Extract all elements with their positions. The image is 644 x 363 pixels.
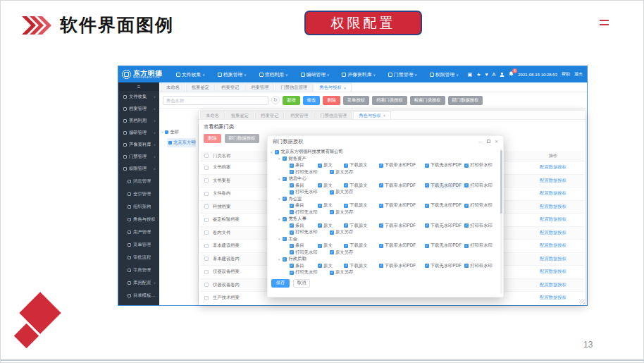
notification-bell-icon[interactable]: 6 — [509, 71, 514, 78]
permission-checkbox-item[interactable]: ✓原文 — [318, 202, 344, 209]
checkbox-checked[interactable]: ✓ — [464, 183, 469, 187]
top-menu-item[interactable]: 门禁管理∨ — [382, 66, 423, 82]
main-tab[interactable]: 批量鉴定 — [186, 83, 215, 92]
permission-checkbox-item[interactable]: ✓下载原文 — [344, 242, 379, 249]
checkbox-checked[interactable]: ✓ — [464, 264, 469, 268]
checkbox-checked[interactable]: ✓ — [330, 250, 334, 254]
grant-button[interactable]: 部门数据授权 — [448, 96, 483, 105]
cancel-button[interactable]: 取消 — [293, 279, 310, 288]
configure-data-auth-link[interactable]: 配置数据授权 — [540, 216, 566, 221]
configure-data-auth-link[interactable]: 配置数据授权 — [540, 190, 566, 195]
permission-checkbox-item[interactable]: ✓打印带水印 — [464, 242, 498, 249]
permission-checkbox-item[interactable]: ✓打印无水印 — [290, 169, 330, 176]
checkbox-checked[interactable]: ✓ — [425, 264, 429, 268]
fullscreen-icon[interactable]: ▣ — [468, 72, 473, 77]
checkbox-checked[interactable]: ✓ — [344, 204, 348, 208]
configure-data-auth-link[interactable]: 配置数据授权 — [540, 164, 566, 169]
sidebar-subitem[interactable]: 目录模板设置 — [118, 289, 159, 302]
permission-checkbox-item[interactable]: ✓原文另存 — [330, 209, 386, 216]
row-checkbox[interactable] — [204, 192, 209, 196]
row-checkbox[interactable] — [204, 204, 209, 209]
permission-checkbox-item[interactable]: ✓打印无水印 — [290, 229, 330, 235]
configure-data-auth-link[interactable]: 配置数据授权 — [540, 256, 566, 261]
checkbox-checked[interactable]: ✓ — [425, 204, 429, 208]
refresh-button[interactable]: ↻ — [271, 96, 280, 104]
checkbox-checked[interactable]: ✓ — [290, 190, 294, 195]
permission-checkbox-item[interactable]: ✓下载原文 — [344, 202, 379, 209]
checkbox-checked[interactable]: ✓ — [425, 223, 429, 228]
permission-checkbox-item[interactable]: ✓下载无水印PDF — [425, 162, 464, 168]
permission-checkbox-item[interactable]: ✓条目 — [290, 202, 318, 209]
permission-checkbox-item[interactable]: ✓打印带水印 — [464, 263, 498, 269]
checkbox-checked[interactable]: ✓ — [379, 164, 383, 168]
permission-checkbox-item[interactable]: ✓打印带水印 — [464, 162, 498, 168]
permission-checkbox-item[interactable]: ✓原文 — [318, 183, 344, 189]
top-menu-item[interactable]: 权限管理∨ — [423, 66, 465, 82]
help-link[interactable]: 帮助 — [562, 71, 570, 78]
sidebar-item[interactable]: 声像资料库∨ — [118, 139, 159, 151]
permission-checkbox-item[interactable]: ✓条目 — [290, 223, 318, 229]
role-search-input[interactable] — [163, 96, 268, 105]
checkbox-checked[interactable]: ✓ — [290, 223, 294, 228]
checkbox-checked[interactable]: ✓ — [344, 183, 348, 187]
configure-data-auth-link[interactable]: 配置数据授权 — [540, 204, 566, 209]
top-menu-item[interactable]: 声像资料库∨ — [335, 66, 382, 82]
checkbox-checked[interactable]: ✓ — [425, 244, 429, 248]
grant-button[interactable]: 档案门类授权 — [372, 96, 407, 105]
group-tree-node[interactable]: ▾✓财务资产 — [278, 156, 498, 163]
checkbox-checked[interactable]: ✓ — [318, 223, 322, 228]
maximize-icon[interactable] — [487, 140, 490, 143]
theme-skin-icon[interactable]: ♥ — [485, 72, 488, 77]
checkbox-checked[interactable]: ✓ — [425, 183, 429, 187]
checkbox-checked[interactable]: ✓ — [318, 183, 322, 187]
grant-button[interactable]: 菜单授权 — [343, 96, 369, 105]
sidebar-item[interactable]: 档案管理∨ — [118, 103, 159, 115]
sidebar-subitem[interactable]: 库房配置∨ — [118, 276, 159, 289]
permission-checkbox-item[interactable]: ✓下载无水印PDF — [425, 223, 464, 229]
delete-button[interactable]: 删除 — [204, 134, 221, 143]
row-checkbox[interactable] — [204, 270, 209, 274]
permission-checkbox-item[interactable]: ✓条目 — [290, 162, 318, 168]
tab-close-icon[interactable]: × — [383, 113, 386, 118]
permission-checkbox-item[interactable]: ✓下载原文 — [344, 162, 379, 168]
resize-handle[interactable] — [579, 299, 585, 304]
permission-checkbox-item[interactable]: ✓下载带水印PDF — [379, 162, 425, 168]
overlay-tab[interactable]: 档案管理 — [285, 111, 314, 119]
permission-checkbox-item[interactable]: ✓打印无水印 — [290, 250, 330, 256]
sidebar-collapse-button[interactable]: ≡ — [118, 82, 159, 91]
permission-checkbox-item[interactable]: ✓原文另存 — [330, 269, 386, 276]
permission-checkbox-item[interactable]: ✓打印无水印 — [290, 189, 330, 195]
checkbox-checked[interactable]: ✓ — [464, 204, 469, 208]
configure-data-auth-link[interactable]: 配置数据授权 — [540, 178, 566, 183]
checkbox-checked[interactable]: ✓ — [283, 217, 287, 221]
permission-checkbox-item[interactable]: ✓下载无水印PDF — [425, 263, 464, 269]
overlay-tab[interactable]: 档案登记 — [255, 111, 284, 119]
sidebar-item[interactable]: 编研管理∨ — [118, 127, 159, 139]
checkbox-checked[interactable]: ✓ — [283, 177, 287, 181]
permission-checkbox-item[interactable]: ✓下载无水印PDF — [425, 202, 464, 209]
checkbox-checked[interactable]: ✓ — [379, 204, 383, 208]
checkbox-checked[interactable]: ✓ — [464, 164, 469, 168]
add-button[interactable]: 新增 — [283, 96, 300, 105]
group-tree-node[interactable]: ▾✓行政后勤 — [278, 256, 498, 263]
permission-checkbox-item[interactable]: ✓下载带水印PDF — [379, 263, 425, 269]
sidebar-item[interactable]: 查档利用∨ — [118, 115, 159, 127]
permission-checkbox-item[interactable]: ✓条目 — [290, 263, 318, 269]
tab-close-icon[interactable]: × — [344, 86, 347, 90]
sidebar-subitem[interactable]: 审批流程 — [118, 251, 159, 264]
configure-data-auth-link[interactable]: 配置数据授权 — [540, 295, 566, 300]
checkbox-checked[interactable]: ✓ — [344, 264, 348, 268]
checkbox-checked[interactable]: ✓ — [330, 170, 334, 174]
checkbox-checked[interactable]: ✓ — [290, 170, 294, 174]
permission-checkbox-item[interactable]: ✓原文另存 — [330, 189, 386, 195]
checkbox-checked[interactable]: ✓ — [379, 223, 383, 228]
overlay-tab[interactable]: 门禁信息管理 — [314, 111, 352, 119]
main-tab[interactable]: 角色与授权× — [314, 83, 352, 92]
checkbox-checked[interactable]: ✓ — [283, 197, 287, 201]
top-menu-item[interactable]: 编研管理∨ — [295, 66, 336, 82]
permission-checkbox-item[interactable]: ✓打印带水印 — [464, 202, 498, 209]
sidebar-subitem[interactable]: 组织架构 — [118, 200, 159, 213]
row-checkbox[interactable] — [204, 283, 209, 287]
grant-button[interactable]: 检索门类授权 — [410, 96, 445, 105]
checkbox-checked[interactable]: ✓ — [290, 250, 294, 254]
